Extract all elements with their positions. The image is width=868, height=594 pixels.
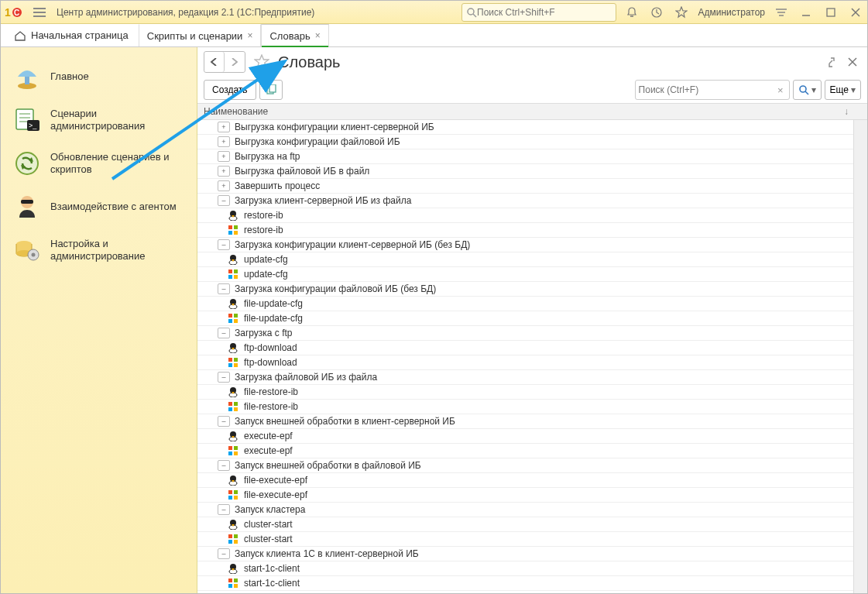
expand-icon[interactable]: +	[218, 151, 230, 162]
tree-group-row[interactable]: +Выгрузка на ftp	[197, 149, 853, 164]
tree-label: cluster-start	[244, 519, 293, 530]
tree-group-row[interactable]: –Загрузка конфигурации файловой ИБ (без …	[197, 282, 853, 297]
tree-child-row[interactable]: file-execute-epf	[197, 488, 853, 503]
svg-rect-39	[269, 84, 276, 92]
svg-rect-96	[228, 540, 232, 544]
bell-icon[interactable]	[623, 4, 640, 21]
clear-search-icon[interactable]: ×	[775, 84, 786, 96]
expand-icon[interactable]: +	[218, 136, 230, 147]
tree-child-row[interactable]: cluster-start	[197, 532, 853, 547]
tree-label: Загрузка конфигурации файловой ИБ (без Б…	[235, 283, 436, 294]
expand-icon[interactable]: –	[218, 548, 230, 559]
expand-icon[interactable]: –	[218, 460, 230, 471]
history-icon[interactable]	[648, 4, 665, 21]
menu-icon[interactable]	[30, 3, 49, 22]
tree-child-row[interactable]: execute-epf	[197, 429, 853, 444]
expand-icon[interactable]: –	[218, 195, 230, 206]
expand-icon[interactable]: +	[218, 122, 230, 132]
tree-child-row[interactable]: file-restore-ib	[197, 400, 853, 414]
expand-icon[interactable]: –	[218, 372, 230, 383]
copy-button[interactable]	[259, 80, 283, 100]
sidebar-item-updates[interactable]: Обновление сценариев и скриптов	[1, 142, 197, 185]
global-search[interactable]	[461, 3, 616, 22]
tree-child-row[interactable]: ftp-download	[197, 355, 853, 370]
tree-child-row[interactable]: file-restore-ib	[197, 385, 853, 400]
windows-icon	[227, 268, 239, 280]
global-search-input[interactable]	[477, 7, 612, 18]
tree-child-row[interactable]: file-execute-epf	[197, 473, 853, 488]
tree-child-row[interactable]: file-update-cfg	[197, 297, 853, 311]
link-icon[interactable]	[822, 53, 839, 70]
tree-label: start-1c-client	[244, 578, 300, 589]
tree-group-row[interactable]: –Запуск внешней обработки в клиент-серве…	[197, 414, 853, 429]
tree-group-row[interactable]: –Загрузка конфигурации клиент-серверной …	[197, 238, 853, 252]
tree-child-row[interactable]: start-1c-client	[197, 561, 853, 576]
page-close-icon[interactable]	[844, 53, 861, 70]
tree-child-row[interactable]: execute-epf	[197, 444, 853, 458]
tree-child-row[interactable]: update-cfg	[197, 267, 853, 282]
more-button[interactable]: Еще ▾	[825, 80, 861, 100]
expand-icon[interactable]: –	[218, 328, 230, 338]
grid-header[interactable]: Наименование ↓	[197, 103, 867, 120]
search-dropdown-button[interactable]: ▾	[793, 80, 822, 100]
tree-label: update-cfg	[244, 269, 288, 280]
tree-group-row[interactable]: +Завершить процесс	[197, 179, 853, 194]
tree-child-row[interactable]: restore-ib	[197, 208, 853, 223]
sort-indicator-icon: ↓	[844, 106, 849, 117]
maximize-icon[interactable]	[822, 4, 839, 21]
tab-close-icon[interactable]: ×	[315, 30, 321, 41]
tree-group-row[interactable]: +Выгрузка конфигурации файловой ИБ	[197, 135, 853, 149]
tree-group-row[interactable]: –Загрузка клиент-серверной ИБ из файла	[197, 194, 853, 208]
nav-back-button[interactable]	[204, 52, 225, 72]
tree-child-row[interactable]: cluster-start	[197, 517, 853, 532]
minimize-icon[interactable]	[798, 4, 815, 21]
tree-group-row[interactable]: –Запуск внешней обработки в файловой ИБ	[197, 458, 853, 473]
tree-group-row[interactable]: –Запуск клиента 1С в клиент-серверной ИБ	[197, 547, 853, 561]
content-area: Словарь Создать × ▾ Еще ▾ Наименование ↓…	[197, 47, 867, 593]
sidebar-item-main[interactable]: Главное	[1, 55, 197, 98]
tree-label: start-1c-client	[244, 563, 300, 574]
svg-marker-10	[676, 7, 687, 17]
tree-child-row[interactable]: restore-ib	[197, 223, 853, 238]
tree-grid[interactable]: +Выгрузка конфигурации клиент-серверной …	[197, 120, 853, 593]
tree-group-row[interactable]: +Выгрузка конфигурации клиент-серверной …	[197, 120, 853, 135]
expand-icon[interactable]: –	[218, 416, 230, 427]
linux-icon	[227, 342, 239, 354]
star-icon[interactable]	[673, 4, 690, 21]
sidebar-item-settings[interactable]: Настройка и администрирование	[1, 228, 197, 272]
tab-close-icon[interactable]: ×	[247, 30, 252, 41]
tree-group-row[interactable]: –Загрузка с ftp	[197, 326, 853, 341]
tree-child-row[interactable]: file-update-cfg	[197, 311, 853, 326]
nav-forward-button[interactable]	[225, 52, 245, 72]
svg-rect-97	[234, 540, 238, 544]
settings-icon[interactable]	[773, 4, 790, 21]
expand-icon[interactable]: –	[218, 504, 230, 515]
scrollbar[interactable]	[853, 120, 867, 593]
tree-child-row[interactable]: update-cfg	[197, 252, 853, 267]
tree-child-row[interactable]: start-1c-client	[197, 576, 853, 591]
home-tab[interactable]: Начальная страница	[4, 24, 139, 46]
create-button[interactable]: Создать	[204, 80, 256, 100]
svg-rect-55	[234, 275, 238, 279]
favorite-star-icon[interactable]	[253, 53, 270, 70]
tree-group-row[interactable]: –Загрузка файловой ИБ из файла	[197, 370, 853, 385]
svg-rect-81	[234, 446, 238, 450]
tree-label: file-restore-ib	[244, 401, 298, 412]
tree-group-row[interactable]: +Выгрузка файловой ИБ в файл	[197, 164, 853, 179]
sidebar-item-agent[interactable]: Взаимодействие с агентом	[1, 185, 197, 228]
close-icon[interactable]	[847, 4, 864, 21]
list-search-input[interactable]	[639, 84, 775, 95]
expand-icon[interactable]: –	[218, 283, 230, 294]
expand-icon[interactable]: +	[218, 166, 230, 177]
expand-icon[interactable]: –	[218, 239, 230, 250]
tab-scripts[interactable]: Скрипты и сценарии ×	[139, 24, 262, 46]
tree-child-row[interactable]: ftp-download	[197, 341, 853, 355]
tab-dictionary[interactable]: Словарь ×	[261, 24, 328, 46]
tree-group-row[interactable]: –Запуск кластера	[197, 503, 853, 517]
user-label[interactable]: Администратор	[698, 7, 765, 18]
sidebar-item-scenarios[interactable]: >_ Сценарии администрирования	[1, 98, 197, 142]
svg-marker-35	[255, 55, 269, 68]
list-search[interactable]: ×	[635, 80, 790, 100]
page-title: Словарь	[278, 53, 341, 71]
expand-icon[interactable]: +	[218, 180, 230, 191]
